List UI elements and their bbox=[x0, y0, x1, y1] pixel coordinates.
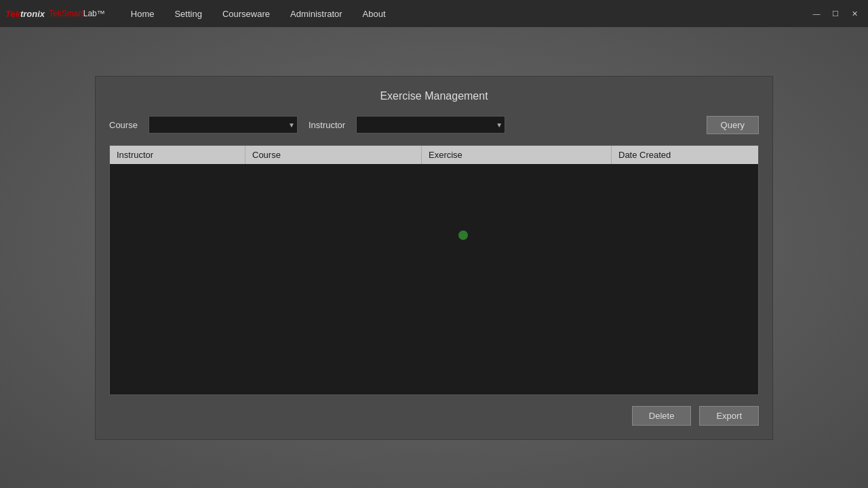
title-bar-controls: — ☐ ✕ bbox=[808, 7, 863, 20]
title-bar-left: Tektronix TekSmartLab™ Home Setting Cour… bbox=[5, 5, 395, 23]
logo-lab: Lab™ bbox=[83, 9, 105, 18]
instructor-label: Instructor bbox=[309, 120, 345, 130]
close-button[interactable]: ✕ bbox=[846, 7, 863, 20]
col-exercise: Exercise bbox=[422, 146, 612, 164]
course-select[interactable] bbox=[149, 116, 298, 134]
instructor-select-wrapper bbox=[356, 116, 505, 134]
table-body bbox=[110, 164, 758, 394]
col-course: Course bbox=[245, 146, 422, 164]
maximize-button[interactable]: ☐ bbox=[827, 7, 844, 20]
col-date-created: Date Created bbox=[612, 146, 734, 164]
delete-button[interactable]: Delete bbox=[632, 406, 692, 426]
logo-tronix: tronix bbox=[20, 9, 45, 19]
content-panel: Exercise Management Course Instructor Qu… bbox=[95, 76, 773, 440]
instructor-select[interactable] bbox=[356, 116, 505, 134]
logo-area: Tektronix TekSmartLab™ bbox=[5, 9, 105, 19]
nav-menu: Home Setting Courseware Administrator Ab… bbox=[121, 5, 395, 23]
bottom-row: Delete Export bbox=[109, 406, 759, 426]
query-button[interactable]: Query bbox=[707, 116, 759, 134]
logo-teksmartlab-colored: TekSmart bbox=[49, 9, 83, 18]
nav-setting[interactable]: Setting bbox=[165, 5, 211, 23]
title-bar: Tektronix TekSmartLab™ Home Setting Cour… bbox=[0, 0, 868, 27]
logo-smartlab: TekSmartLab™ bbox=[49, 9, 105, 18]
nav-about[interactable]: About bbox=[353, 5, 395, 23]
course-label: Course bbox=[109, 120, 138, 130]
filter-row: Course Instructor Query bbox=[109, 116, 759, 134]
main-wrapper: Exercise Management Course Instructor Qu… bbox=[0, 27, 868, 488]
logo-tek: Tek bbox=[5, 9, 20, 19]
minimize-button[interactable]: — bbox=[808, 7, 825, 20]
table-container: Instructor Course Exercise Date Created bbox=[109, 145, 759, 395]
nav-courseware[interactable]: Courseware bbox=[213, 5, 279, 23]
course-select-wrapper bbox=[149, 116, 298, 134]
col-instructor: Instructor bbox=[110, 146, 245, 164]
page-title: Exercise Management bbox=[109, 90, 759, 102]
nav-administrator[interactable]: Administrator bbox=[281, 5, 352, 23]
export-button[interactable]: Export bbox=[699, 406, 759, 426]
nav-home[interactable]: Home bbox=[121, 5, 164, 23]
logo-tektronix: Tektronix bbox=[5, 9, 45, 19]
table-header: Instructor Course Exercise Date Created bbox=[110, 146, 758, 164]
